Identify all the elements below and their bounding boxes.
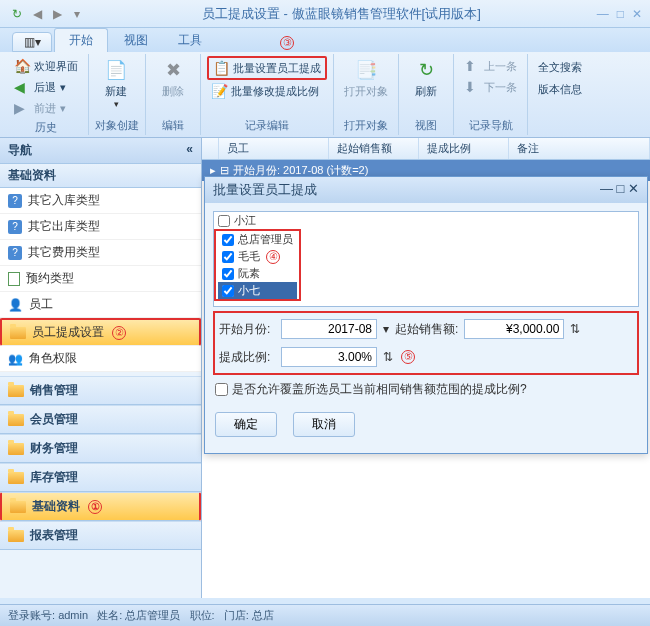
refresh-big-icon: ↻: [414, 58, 438, 82]
dialog-max-icon[interactable]: □: [617, 181, 625, 196]
overwrite-label: 是否允许覆盖所选员工当前相同销售额范围的提成比例?: [232, 381, 527, 398]
role-icon: 👥: [8, 352, 23, 366]
ratio-label: 提成比例:: [219, 349, 275, 366]
nav-item-appt-type[interactable]: 预约类型: [0, 266, 201, 292]
nav-cat-member[interactable]: 会员管理: [0, 405, 201, 434]
dialog-close-icon[interactable]: ✕: [628, 181, 639, 196]
nav-cat-sales[interactable]: 销售管理: [0, 376, 201, 405]
tab-view[interactable]: 视图: [110, 29, 162, 52]
type-icon: ?: [8, 220, 22, 234]
delete-button[interactable]: ✖删除: [152, 56, 194, 101]
spinner-icon[interactable]: ⇅: [383, 350, 393, 364]
nav-section-basic[interactable]: 基础资料: [0, 164, 201, 188]
emp-checkbox[interactable]: [222, 251, 234, 263]
ribbon: 🏠欢迎界面 ◀后退▾ ▶前进▾ 历史 📄新建▾ 对象创建 ✖删除 编辑 📋批量设…: [0, 52, 650, 138]
group-edit: 编辑: [152, 116, 194, 133]
refresh-button[interactable]: ↻刷新: [405, 56, 447, 101]
nav-cat-report[interactable]: 报表管理: [0, 521, 201, 550]
nav-header: 导航«: [0, 138, 201, 164]
emp-checkbox[interactable]: [222, 234, 234, 246]
new-button[interactable]: 📄新建▾: [95, 56, 137, 111]
app-menu-button[interactable]: ▥▾: [12, 32, 52, 52]
forward-button[interactable]: ▶前进▾: [10, 98, 82, 118]
welcome-button[interactable]: 🏠欢迎界面: [10, 56, 82, 76]
fulltext-search-button[interactable]: 全文搜索: [534, 56, 586, 77]
nav-item-fee-type[interactable]: ?其它费用类型: [0, 240, 201, 266]
home-icon: 🏠: [14, 58, 30, 74]
maximize-icon[interactable]: □: [617, 7, 624, 21]
nav-collapse-icon[interactable]: «: [186, 142, 193, 159]
dialog-title: 批量设置员工提成 — □ ✕: [205, 177, 647, 203]
nav-cat-basic[interactable]: 基础资料①: [0, 492, 201, 521]
version-info-button[interactable]: 版本信息: [534, 78, 586, 99]
list-item[interactable]: 毛毛④: [218, 248, 297, 265]
list-item[interactable]: 小七: [218, 282, 297, 299]
main-area: 员工 起始销售额 提成比例 备注 ▸⊟开始月份: 2017-08 (计数=2) …: [202, 138, 650, 598]
next-record-button[interactable]: ⬇下一条: [460, 77, 521, 97]
open-object-button[interactable]: 📑打开对象: [340, 56, 392, 101]
qat-more-icon[interactable]: ▾: [68, 5, 86, 23]
nav-item-commission[interactable]: 员工提成设置②: [0, 318, 201, 346]
overwrite-row[interactable]: 是否允许覆盖所选员工当前相同销售额范围的提成比例?: [213, 375, 639, 404]
forward-icon: ▶: [14, 100, 30, 116]
nav-item-role[interactable]: 👥角色权限: [0, 346, 201, 372]
group-recnav: 记录导航: [460, 116, 521, 133]
folder-icon: [10, 327, 26, 339]
emp-checkbox[interactable]: [222, 285, 234, 297]
start-sales-input[interactable]: [464, 319, 564, 339]
group-history: 历史: [10, 118, 82, 135]
folder-icon: [8, 385, 24, 397]
refresh-icon[interactable]: ↻: [8, 5, 26, 23]
window-title: 员工提成设置 - 傲蓝眼镜销售管理软件[试用版本]: [86, 5, 597, 23]
nav-back-icon[interactable]: ◀: [28, 5, 46, 23]
start-month-label: 开始月份:: [219, 321, 275, 338]
back-button[interactable]: ◀后退▾: [10, 77, 82, 97]
overwrite-checkbox[interactable]: [215, 383, 228, 396]
list-item[interactable]: 阮素: [218, 265, 297, 282]
nav-cat-stock[interactable]: 库存管理: [0, 463, 201, 492]
folder-icon: [8, 443, 24, 455]
start-month-input[interactable]: [281, 319, 377, 339]
nav-item-out-type[interactable]: ?其它出库类型: [0, 214, 201, 240]
tab-tools[interactable]: 工具: [164, 29, 216, 52]
ok-button[interactable]: 确定: [215, 412, 277, 437]
nav-cat-finance[interactable]: 财务管理: [0, 434, 201, 463]
nav-panel: 导航« 基础资料 ?其它入库类型 ?其它出库类型 ?其它费用类型 预约类型 👤员…: [0, 138, 202, 598]
group-record-edit: 记录编辑: [207, 116, 327, 133]
batch-edit-button[interactable]: 📝批量修改提成比例: [207, 81, 327, 101]
prev-record-button[interactable]: ⬆上一条: [460, 56, 521, 76]
ratio-input[interactable]: [281, 347, 377, 367]
list-item[interactable]: 总店管理员: [218, 231, 297, 248]
group-create: 对象创建: [95, 116, 139, 133]
emp-checkbox[interactable]: [218, 215, 230, 227]
dialog-min-icon[interactable]: —: [600, 181, 613, 196]
nav-item-employee[interactable]: 👤员工: [0, 292, 201, 318]
group-view: 视图: [405, 116, 447, 133]
statusbar: 登录账号: admin 姓名: 总店管理员 职位: 门店: 总店: [0, 604, 650, 626]
type-icon: ?: [8, 246, 22, 260]
close-icon[interactable]: ✕: [632, 7, 642, 21]
down-icon: ⬇: [464, 79, 480, 95]
nav-item-in-type[interactable]: ?其它入库类型: [0, 188, 201, 214]
tab-start[interactable]: 开始: [54, 28, 108, 52]
ribbon-tabs: ▥▾ 开始 视图 工具 ③: [0, 28, 650, 52]
cancel-button[interactable]: 取消: [293, 412, 355, 437]
up-icon: ⬆: [464, 58, 480, 74]
col-ratio[interactable]: 提成比例: [419, 138, 509, 159]
col-startsales[interactable]: 起始销售额: [329, 138, 419, 159]
list-item[interactable]: 小江: [214, 212, 638, 229]
annotation-3: ③: [280, 36, 294, 50]
spinner-icon[interactable]: ⇅: [570, 322, 580, 336]
col-employee[interactable]: 员工: [219, 138, 329, 159]
nav-fwd-icon[interactable]: ▶: [48, 5, 66, 23]
dropdown-icon[interactable]: ▾: [383, 322, 389, 336]
batch-set-button[interactable]: 📋批量设置员工提成: [207, 56, 327, 80]
folder-icon: [10, 501, 26, 513]
batch-set-icon: 📋: [213, 60, 229, 76]
employee-listbox[interactable]: 小江 总店管理员 毛毛④ 阮素 小七: [213, 211, 639, 307]
col-remark[interactable]: 备注: [509, 138, 650, 159]
emp-checkbox[interactable]: [222, 268, 234, 280]
type-icon: ?: [8, 194, 22, 208]
delete-icon: ✖: [161, 58, 185, 82]
minimize-icon[interactable]: —: [597, 7, 609, 21]
